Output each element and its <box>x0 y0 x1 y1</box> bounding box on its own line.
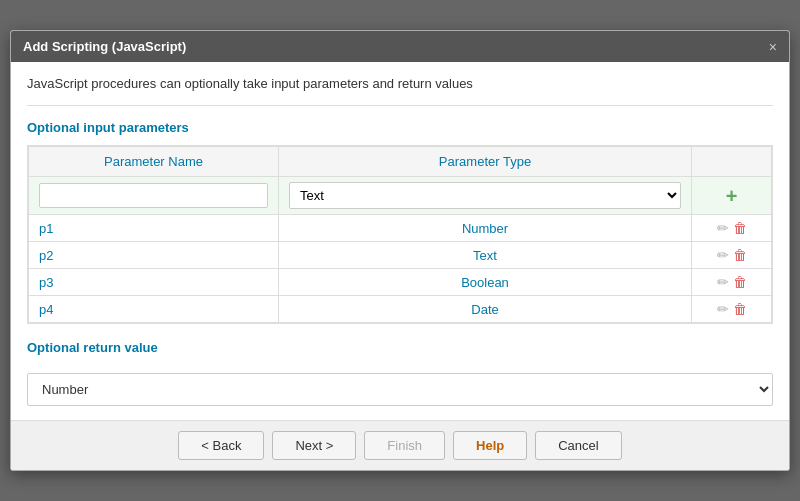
edit-icon-p3[interactable]: ✏ <box>717 274 729 290</box>
dialog-header: Add Scripting (JavaScript) × <box>11 31 789 62</box>
delete-icon-p1[interactable]: 🗑 <box>733 220 747 236</box>
dialog-title: Add Scripting (JavaScript) <box>23 39 186 54</box>
cancel-button[interactable]: Cancel <box>535 431 621 460</box>
action-icons-p1: ✏ 🗑 <box>702 220 761 236</box>
add-param-button[interactable]: + <box>726 186 738 206</box>
delete-icon-p2[interactable]: 🗑 <box>733 247 747 263</box>
table-row: p1 Number ✏ 🗑 <box>29 215 772 242</box>
delete-icon-p3[interactable]: 🗑 <box>733 274 747 290</box>
finish-button[interactable]: Finish <box>364 431 445 460</box>
new-param-type-cell: Text Number Boolean Date <box>279 177 692 215</box>
action-icons-p4: ✏ 🗑 <box>702 301 761 317</box>
row-type-p2: Text <box>279 242 692 269</box>
col-header-type: Parameter Type <box>279 147 692 177</box>
col-header-name: Parameter Name <box>29 147 279 177</box>
edit-icon-p1[interactable]: ✏ <box>717 220 729 236</box>
row-type-p1: Number <box>279 215 692 242</box>
delete-icon-p4[interactable]: 🗑 <box>733 301 747 317</box>
help-button[interactable]: Help <box>453 431 527 460</box>
next-button[interactable]: Next > <box>272 431 356 460</box>
row-actions-p4: ✏ 🗑 <box>692 296 772 323</box>
dialog-footer: < Back Next > Finish Help Cancel <box>11 420 789 470</box>
dialog-body: JavaScript procedures can optionally tak… <box>11 62 789 420</box>
row-actions-p1: ✏ 🗑 <box>692 215 772 242</box>
row-actions-p2: ✏ 🗑 <box>692 242 772 269</box>
row-name-p3: p3 <box>29 269 279 296</box>
col-header-actions <box>692 147 772 177</box>
params-table: Parameter Name Parameter Type Text <box>28 146 772 323</box>
info-text: JavaScript procedures can optionally tak… <box>27 76 773 91</box>
add-param-cell: + <box>692 177 772 215</box>
table-row: p4 Date ✏ 🗑 <box>29 296 772 323</box>
row-type-p3: Boolean <box>279 269 692 296</box>
param-name-input[interactable] <box>39 183 268 208</box>
back-button[interactable]: < Back <box>178 431 264 460</box>
close-button[interactable]: × <box>769 40 777 54</box>
params-section-label: Optional input parameters <box>27 120 773 135</box>
return-section: Optional return value Number Text Boolea… <box>27 340 773 406</box>
new-param-name-cell <box>29 177 279 215</box>
table-header-row: Parameter Name Parameter Type <box>29 147 772 177</box>
return-section-label: Optional return value <box>27 340 773 355</box>
action-icons-p3: ✏ 🗑 <box>702 274 761 290</box>
new-param-row: Text Number Boolean Date + <box>29 177 772 215</box>
table-row: p2 Text ✏ 🗑 <box>29 242 772 269</box>
action-icons-p2: ✏ 🗑 <box>702 247 761 263</box>
add-scripting-dialog: Add Scripting (JavaScript) × JavaScript … <box>10 30 790 471</box>
return-value-select[interactable]: Number Text Boolean Date None <box>27 373 773 406</box>
row-name-p1: p1 <box>29 215 279 242</box>
row-name-p4: p4 <box>29 296 279 323</box>
edit-icon-p2[interactable]: ✏ <box>717 247 729 263</box>
row-type-p4: Date <box>279 296 692 323</box>
divider <box>27 105 773 106</box>
edit-icon-p4[interactable]: ✏ <box>717 301 729 317</box>
param-type-select[interactable]: Text Number Boolean Date <box>289 182 681 209</box>
row-actions-p3: ✏ 🗑 <box>692 269 772 296</box>
table-row: p3 Boolean ✏ 🗑 <box>29 269 772 296</box>
params-table-container: Parameter Name Parameter Type Text <box>27 145 773 324</box>
row-name-p2: p2 <box>29 242 279 269</box>
